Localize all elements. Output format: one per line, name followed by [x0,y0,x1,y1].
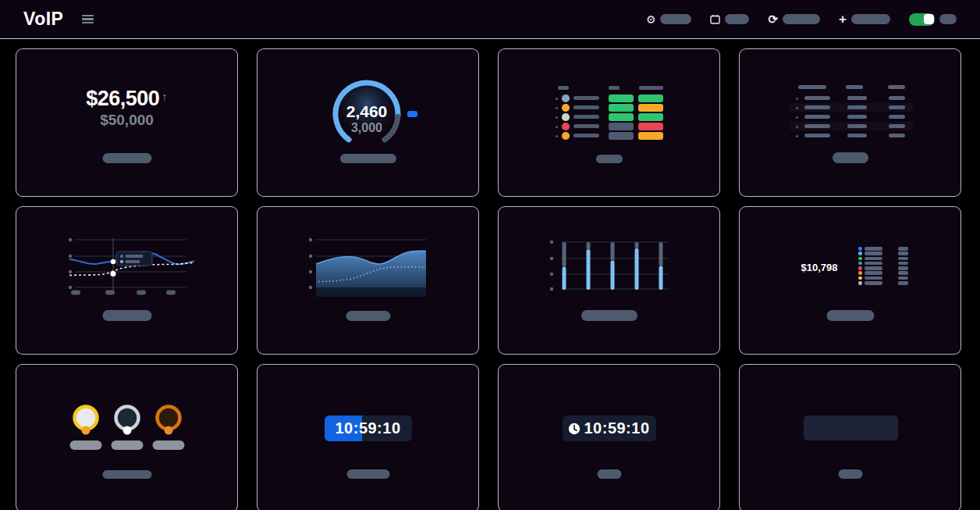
status-pill [609,113,634,121]
widget-bar-chart-card[interactable] [498,206,720,355]
widget-area-chart-card[interactable] [257,206,479,355]
bulb-row [69,402,186,438]
area-fill [316,251,426,297]
navbar-controls: ⚙ ⟳ + [646,12,957,26]
plus-icon: + [839,12,847,26]
bar-chart-bars [563,242,663,290]
area-chart [257,207,479,355]
avatar [562,123,570,130]
breakdown-legend [858,247,882,286]
legend-dot [858,266,862,270]
menu-button[interactable] [79,12,97,27]
widget-timer-clock-card[interactable]: 10:59:10 [498,364,720,510]
name-skeleton [573,134,599,137]
legend-dot [858,271,862,275]
row-dot [556,116,558,119]
bulb-icon[interactable] [69,402,103,438]
widget-gauge-card[interactable]: 2,460 3,000 [257,48,479,197]
status-pill [638,123,663,130]
settings-label-skeleton [660,14,691,24]
status-table-row [552,103,669,112]
avatar [562,95,570,102]
add-button[interactable]: + [839,12,890,26]
avatar [562,104,570,112]
label-skeleton [833,152,868,163]
add-label-skeleton [851,14,890,24]
stat-value-line: $26,500↑ [16,87,237,111]
widget-revenue-stat-card[interactable]: $26,500↑ $50,000 [16,48,238,197]
toggle-group [909,13,957,26]
gear-icon: ⚙ [646,14,656,25]
legend-label-skeleton [865,247,882,251]
timer-display[interactable]: 10:59:10 [325,415,412,441]
widget-skeleton-table-card[interactable] [739,48,961,197]
label-skeleton [102,310,151,321]
gauge-target: 3,000 [304,121,429,135]
legend-dot [858,281,862,285]
skeleton-table-row [793,112,911,122]
name-skeleton [573,124,599,128]
status-table-row [552,131,669,141]
clock-icon [568,423,581,435]
name-skeleton [573,105,599,109]
skeleton-table-row [793,103,911,112]
widget-breakdown-card[interactable]: $10,798 [739,206,961,355]
status-table-rows [552,94,669,141]
row-dot [556,135,558,137]
navbar: VoIP ⚙ ⟳ + [0,0,980,39]
skeleton-table [793,83,911,141]
name-skeleton [573,115,599,119]
brand-logo: VoIP [23,9,63,30]
bulb-icon[interactable] [151,402,186,438]
bar-chart [499,207,720,355]
refresh-icon: ⟳ [768,13,778,25]
timer-display[interactable]: 10:59:10 [563,415,656,441]
status-pill [638,95,663,102]
legend-row [858,251,882,255]
toggle-knob [924,14,934,24]
hover-point [111,259,115,264]
refresh-label-skeleton [783,14,820,24]
label-skeleton [826,310,874,321]
status-pill [609,95,634,102]
label-skeleton [838,469,862,479]
refresh-button[interactable]: ⟳ [768,13,820,25]
widget-line-chart-card[interactable] [16,206,238,355]
skeleton-table-row [793,131,911,141]
bulb-icon[interactable] [110,402,144,438]
legend-label-skeleton [865,262,882,266]
dashboard-grid: $26,500↑ $50,000 2,460 3,000 [16,48,961,510]
label-skeleton [596,155,623,163]
row-dot [556,107,558,109]
timer-value: 10:59:10 [335,419,400,437]
trend-up-icon: ↑ [162,90,168,103]
skeleton-table-rows [793,94,911,141]
legend-label-skeleton [865,257,882,261]
skeleton-table-row [793,94,911,103]
label-skeleton [597,469,621,479]
empty-placeholder-box [804,415,898,440]
area-top-line [316,251,426,264]
legend-label-skeleton [865,266,882,270]
widget-bulbs-card[interactable] [16,364,238,510]
legend-row [858,281,882,285]
skeleton-table-row [793,122,911,131]
status-table-row [552,122,669,131]
legend-dot [858,276,862,280]
widget-timer-highlight-card[interactable]: 10:59:10 [257,364,479,510]
status-table-row [552,94,669,103]
legend-row [858,262,882,266]
breakdown-value: $10,798 [788,262,850,273]
calendar-icon [710,14,720,24]
legend-label-skeleton [865,251,882,255]
toggle-label-skeleton [939,14,957,24]
status-table-header [552,84,669,94]
hamburger-icon [82,15,94,17]
toggle-switch[interactable] [909,13,935,26]
widget-status-table-card[interactable] [498,48,720,197]
settings-button[interactable]: ⚙ [646,14,692,25]
stat-target: $50,000 [16,112,237,129]
bulb-labels-skeleton [69,440,184,450]
widget-empty-box-card[interactable] [739,364,961,510]
calendar-button[interactable] [710,14,749,24]
